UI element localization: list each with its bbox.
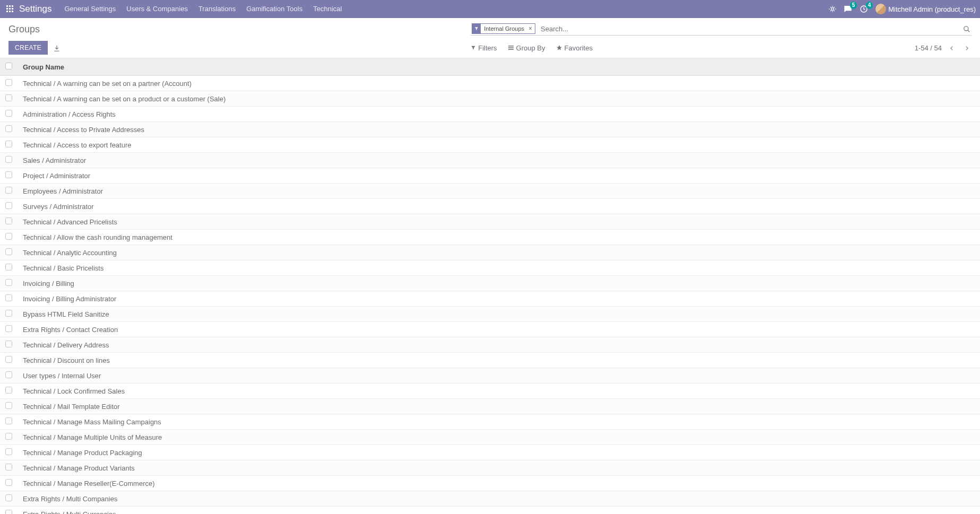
pager-prev-icon[interactable] — [947, 43, 957, 53]
group-name-cell[interactable]: User types / Internal User — [23, 372, 101, 380]
row-checkbox[interactable] — [5, 171, 12, 178]
table-row[interactable]: Extra Rights / Multi Companies — [0, 491, 980, 507]
group-name-cell[interactable]: Extra Rights / Multi Companies — [23, 495, 117, 503]
group-name-cell[interactable]: Technical / Basic Pricelists — [23, 264, 103, 272]
table-row[interactable]: Extra Rights / Multi Currencies — [0, 507, 980, 515]
group-name-cell[interactable]: Technical / A warning can be set on a pa… — [23, 80, 192, 88]
table-row[interactable]: Extra Rights / Contact Creation — [0, 322, 980, 337]
row-checkbox[interactable] — [5, 79, 12, 86]
row-checkbox[interactable] — [5, 510, 12, 514]
group-name-cell[interactable]: Project / Administrator — [23, 172, 90, 180]
filters-dropdown[interactable]: Filters — [471, 44, 497, 52]
table-row[interactable]: Technical / Delivery Address — [0, 337, 980, 353]
table-row[interactable]: Technical / Advanced Pricelists — [0, 214, 980, 230]
row-checkbox[interactable] — [5, 202, 12, 209]
table-row[interactable]: Technical / Analytic Accounting — [0, 245, 980, 260]
row-checkbox[interactable] — [5, 494, 12, 501]
row-checkbox[interactable] — [5, 310, 12, 317]
group-name-cell[interactable]: Bypass HTML Field Sanitize — [23, 310, 109, 318]
row-checkbox[interactable] — [5, 356, 12, 363]
row-checkbox[interactable] — [5, 417, 12, 424]
group-name-cell[interactable]: Technical / Discount on lines — [23, 356, 110, 364]
group-name-cell[interactable]: Extra Rights / Multi Currencies — [23, 510, 116, 515]
remove-facet-icon[interactable]: × — [527, 25, 535, 32]
table-row[interactable]: Technical / Manage Mass Mailing Campaign… — [0, 414, 980, 430]
group-name-cell[interactable]: Technical / Manage Reseller(E-Commerce) — [23, 480, 155, 487]
select-all-checkbox[interactable] — [5, 63, 12, 69]
group-name-cell[interactable]: Sales / Administrator — [23, 156, 86, 164]
group-name-cell[interactable]: Technical / Delivery Address — [23, 341, 109, 349]
table-row[interactable]: Surveys / Administrator — [0, 199, 980, 214]
row-checkbox[interactable] — [5, 141, 12, 147]
row-checkbox[interactable] — [5, 341, 12, 347]
group-name-cell[interactable]: Technical / Manage Product Variants — [23, 464, 135, 472]
table-row[interactable]: Technical / Allow the cash rounding mana… — [0, 230, 980, 245]
table-row[interactable]: Technical / A warning can be set on a pa… — [0, 76, 980, 91]
table-row[interactable]: Technical / Mail Template Editor — [0, 399, 980, 414]
row-checkbox[interactable] — [5, 464, 12, 471]
row-checkbox[interactable] — [5, 94, 12, 101]
row-checkbox[interactable] — [5, 233, 12, 240]
group-name-cell[interactable]: Technical / Allow the cash rounding mana… — [23, 233, 172, 241]
table-row[interactable]: Invoicing / Billing — [0, 276, 980, 291]
table-row[interactable]: Technical / A warning can be set on a pr… — [0, 91, 980, 107]
group-name-cell[interactable]: Technical / Mail Template Editor — [23, 403, 120, 411]
debug-icon[interactable] — [829, 5, 836, 13]
table-row[interactable]: Employees / Administrator — [0, 184, 980, 199]
group-name-cell[interactable]: Technical / A warning can be set on a pr… — [23, 95, 226, 103]
row-checkbox[interactable] — [5, 433, 12, 440]
row-checkbox[interactable] — [5, 479, 12, 486]
column-header-group-name[interactable]: Group Name — [18, 58, 980, 76]
nav-link-translations[interactable]: Translations — [193, 0, 241, 18]
table-row[interactable]: Technical / Access to Private Addresses — [0, 122, 980, 137]
table-row[interactable]: Technical / Manage Product Variants — [0, 460, 980, 476]
table-row[interactable]: Technical / Basic Pricelists — [0, 260, 980, 276]
export-button[interactable] — [53, 43, 60, 52]
table-row[interactable]: Technical / Manage Reseller(E-Commerce) — [0, 476, 980, 491]
search-input[interactable] — [539, 24, 962, 34]
row-checkbox[interactable] — [5, 125, 12, 132]
table-row[interactable]: Technical / Access to export feature — [0, 137, 980, 153]
group-name-cell[interactable]: Invoicing / Billing Administrator — [23, 295, 116, 303]
group-name-cell[interactable]: Technical / Access to export feature — [23, 141, 132, 149]
row-checkbox[interactable] — [5, 110, 12, 117]
row-checkbox[interactable] — [5, 264, 12, 271]
row-checkbox[interactable] — [5, 279, 12, 286]
table-row[interactable]: Technical / Manage Product Packaging — [0, 445, 980, 460]
brand-title[interactable]: Settings — [19, 4, 51, 14]
table-row[interactable]: Administration / Access Rights — [0, 107, 980, 122]
table-row[interactable]: Bypass HTML Field Sanitize — [0, 307, 980, 322]
group-name-cell[interactable]: Technical / Lock Confirmed Sales — [23, 387, 125, 395]
apps-icon[interactable] — [6, 5, 14, 13]
group-name-cell[interactable]: Technical / Advanced Pricelists — [23, 218, 117, 226]
row-checkbox[interactable] — [5, 402, 12, 409]
row-checkbox[interactable] — [5, 325, 12, 332]
row-checkbox[interactable] — [5, 448, 12, 455]
table-row[interactable]: Project / Administrator — [0, 168, 980, 184]
user-menu[interactable]: Mitchell Admin (product_res) — [875, 4, 976, 14]
table-row[interactable]: Technical / Manage Multiple Units of Mea… — [0, 430, 980, 445]
group-name-cell[interactable]: Technical / Access to Private Addresses — [23, 126, 144, 134]
group-name-cell[interactable]: Extra Rights / Contact Creation — [23, 326, 118, 334]
pager-text[interactable]: 1-54 / 54 — [915, 44, 942, 52]
search-icon[interactable] — [962, 24, 972, 33]
group-name-cell[interactable]: Invoicing / Billing — [23, 280, 74, 288]
activities-icon[interactable]: 4 — [860, 5, 868, 13]
table-row[interactable]: Sales / Administrator — [0, 153, 980, 168]
row-checkbox[interactable] — [5, 371, 12, 378]
nav-link-technical[interactable]: Technical — [308, 0, 347, 18]
row-checkbox[interactable] — [5, 156, 12, 163]
row-checkbox[interactable] — [5, 248, 12, 255]
search-area[interactable]: Internal Groups × — [471, 23, 972, 36]
table-row[interactable]: Technical / Lock Confirmed Sales — [0, 384, 980, 399]
group-name-cell[interactable]: Technical / Analytic Accounting — [23, 249, 117, 257]
row-checkbox[interactable] — [5, 387, 12, 394]
groupby-dropdown[interactable]: Group By — [508, 44, 545, 52]
row-checkbox[interactable] — [5, 187, 12, 194]
group-name-cell[interactable]: Administration / Access Rights — [23, 110, 116, 118]
group-name-cell[interactable]: Employees / Administrator — [23, 187, 103, 195]
table-row[interactable]: Invoicing / Billing Administrator — [0, 291, 980, 307]
nav-link-general-settings[interactable]: General Settings — [59, 0, 121, 18]
favorites-dropdown[interactable]: Favorites — [556, 44, 593, 52]
row-checkbox[interactable] — [5, 217, 12, 224]
